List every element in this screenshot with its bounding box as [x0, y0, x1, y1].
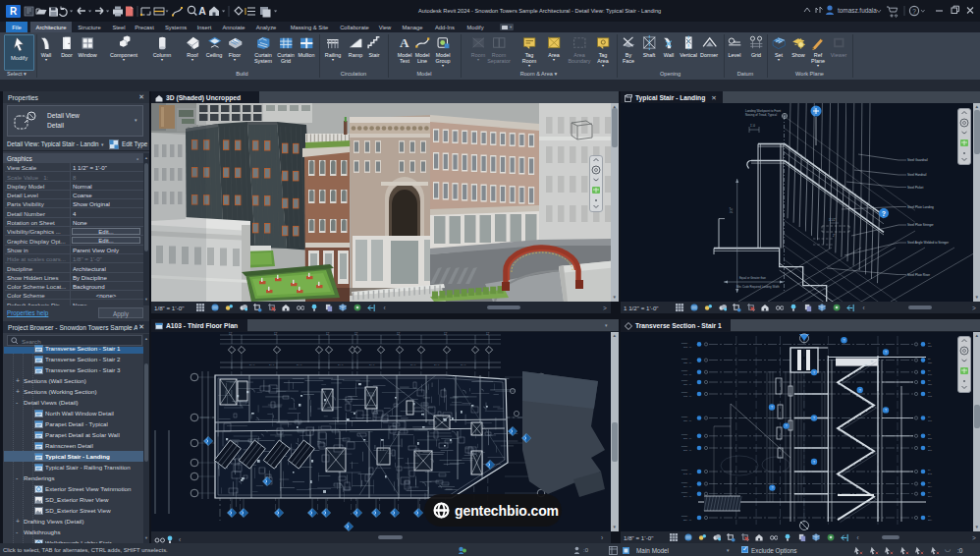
svg-text:Steel Angle Welded to Stringer: Steel Angle Welded to Stringer — [907, 241, 949, 245]
svg-text:205’ - 0”: 205’ - 0” — [683, 437, 692, 439]
svg-text:254’: 254’ — [928, 485, 933, 487]
svg-text:Nosing of Tread, Typical: Nosing of Tread, Typical — [745, 113, 777, 117]
svg-text:112’: 112’ — [928, 345, 932, 347]
svg-text:242’: 242’ — [928, 473, 933, 474]
svg-text:24’-0: 24’-0 — [434, 363, 440, 366]
svg-text:Level: Level — [681, 379, 687, 382]
svg-text:Level: Level — [681, 358, 687, 361]
svg-text:?: ? — [882, 210, 886, 217]
svg-text:12’: 12’ — [397, 332, 401, 336]
svg-text:128’ - 0”: 128’ - 0” — [683, 361, 692, 363]
svg-text:205’: 205’ — [928, 437, 933, 439]
svg-text:Min. Code Required Landing Wid: Min. Code Required Landing Width — [736, 285, 780, 289]
svg-text:24’-0: 24’-0 — [269, 363, 275, 366]
svg-text:289’ - 0”: 289’ - 0” — [683, 519, 692, 521]
svg-text:?: ? — [786, 424, 788, 428]
svg-text:24’-0: 24’-0 — [297, 363, 302, 366]
svg-text:Steel Handrail: Steel Handrail — [907, 173, 927, 177]
svg-text:1 1/2”: 1 1/2” — [829, 218, 836, 222]
svg-text:264’ - 0”: 264’ - 0” — [683, 495, 692, 497]
svg-text:24’-0: 24’-0 — [410, 363, 416, 366]
svg-text:163’ - 0”: 163’ - 0” — [683, 395, 692, 397]
svg-text:?: ? — [771, 406, 773, 410]
svg-text:3’-6”: 3’-6” — [730, 207, 734, 213]
svg-text:Level: Level — [681, 416, 687, 418]
svg-text:tomasz.fudala: tomasz.fudala — [838, 7, 877, 14]
svg-text:?: ? — [885, 409, 887, 413]
svg-text:Level: Level — [681, 515, 687, 518]
svg-text:163’: 163’ — [928, 395, 933, 397]
svg-text:24’-0: 24’-0 — [461, 363, 466, 366]
svg-text:289’: 289’ — [928, 519, 933, 521]
svg-text:Equal or Greater than: Equal or Greater than — [739, 276, 766, 280]
svg-text:Steel Plate Riser: Steel Plate Riser — [907, 273, 930, 277]
svg-text:?: ? — [859, 389, 861, 393]
svg-text:?: ? — [912, 8, 916, 15]
svg-text:264’: 264’ — [928, 495, 933, 497]
svg-text:Steel Picket: Steel Picket — [907, 186, 923, 190]
svg-text:Level: Level — [681, 481, 687, 484]
svg-text:Level: Level — [681, 433, 687, 436]
svg-text:Level: Level — [681, 445, 687, 448]
svg-text:12’: 12’ — [444, 332, 448, 336]
svg-text:12’: 12’ — [229, 332, 233, 336]
svg-text:218’ - 0”: 218’ - 0” — [683, 449, 692, 451]
svg-text:140’ - 0”: 140’ - 0” — [683, 373, 692, 375]
svg-text:187’: 187’ — [928, 419, 933, 421]
svg-text:Level: Level — [681, 391, 687, 394]
svg-text:Steel Guardrail: Steel Guardrail — [907, 158, 928, 162]
svg-text:?: ? — [771, 486, 773, 490]
svg-text:1’-0: 1’-0 — [750, 124, 755, 128]
svg-text:12’: 12’ — [486, 332, 490, 336]
svg-text:Steel Plate Landing: Steel Plate Landing — [907, 205, 934, 209]
svg-text:Level: Level — [681, 369, 687, 372]
svg-text:24’-0: 24’-0 — [249, 363, 255, 366]
svg-text:?: ? — [813, 371, 815, 375]
svg-text:?: ? — [813, 417, 815, 420]
svg-text:24’-0: 24’-0 — [338, 363, 344, 366]
svg-text:151’ - 0”: 151’ - 0” — [683, 383, 692, 385]
svg-text:Level: Level — [681, 342, 687, 345]
svg-text:Level: Level — [681, 491, 687, 494]
svg-text:12’: 12’ — [354, 332, 358, 336]
svg-text:254’ - 0”: 254’ - 0” — [683, 485, 692, 487]
svg-text:?: ? — [844, 339, 845, 343]
svg-text:12’: 12’ — [326, 332, 330, 336]
svg-text:112’ - 0”: 112’ - 0” — [683, 346, 691, 348]
svg-text:?: ? — [885, 351, 887, 355]
svg-text:151’: 151’ — [928, 383, 933, 385]
svg-text:218’: 218’ — [928, 449, 933, 451]
svg-text:?: ? — [813, 461, 815, 465]
svg-text:140’: 140’ — [928, 373, 933, 375]
svg-text:Steel Plate Stringer: Steel Plate Stringer — [907, 223, 934, 227]
svg-text:2”: 2” — [833, 234, 836, 238]
svg-text:12’: 12’ — [274, 332, 278, 336]
svg-text:187’ - 0”: 187’ - 0” — [683, 419, 692, 421]
svg-text:24’-0: 24’-0 — [369, 363, 375, 366]
svg-text:242’ - 0”: 242’ - 0” — [683, 473, 692, 474]
svg-text:Level: Level — [681, 469, 687, 472]
svg-text:128’: 128’ — [928, 361, 933, 363]
